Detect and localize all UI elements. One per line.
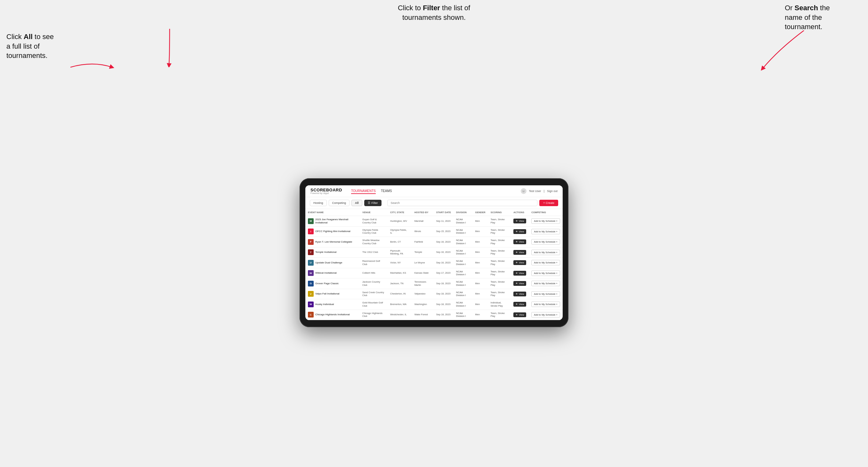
cell-gender-9: Men <box>473 310 488 320</box>
col-venue: VENUE <box>360 209 388 216</box>
team-logo-2: F <box>308 239 314 245</box>
cell-division-0: NCAA Division I <box>454 216 472 227</box>
view-button-0[interactable]: 👁 View <box>514 219 526 223</box>
cell-event-name-3: T Temple Invitational <box>305 247 360 258</box>
logo-sub: Powered by clippd <box>310 192 342 194</box>
event-name-cell-1: I OFCC Fighting Illini Invitational <box>308 228 357 234</box>
eye-icon-9: 👁 <box>516 314 518 316</box>
cell-actions-8: 👁 View <box>511 299 529 310</box>
add-schedule-button-1[interactable]: Add to My Schedule + <box>531 229 560 234</box>
eye-icon-2: 👁 <box>516 241 518 243</box>
cell-city-6: Jackson, TN <box>388 278 412 289</box>
cell-scoring-8: Individual, Stroke Play <box>488 299 511 310</box>
view-button-1[interactable]: 👁 View <box>514 229 526 234</box>
cell-actions-7: 👁 View <box>511 289 529 299</box>
cell-hosted-0: Marshall <box>412 216 434 227</box>
tab-hosting[interactable]: Hosting <box>310 200 327 206</box>
cell-competing-0: Add to My Schedule + <box>529 216 563 227</box>
event-name-text-3: Temple Invitational <box>315 251 336 254</box>
tablet-screen: SCOREBOARD Powered by clippd TOURNAMENTS… <box>305 185 563 320</box>
cell-division-9: NCAA Division I <box>454 310 472 320</box>
cell-venue-5: Colbert Hills <box>360 268 388 278</box>
view-button-8[interactable]: 👁 View <box>514 302 526 307</box>
cell-scoring-5: Team, Stroke Play <box>488 268 511 278</box>
add-schedule-button-4[interactable]: Add to My Schedule + <box>531 260 560 266</box>
cell-hosted-9: Wake Forest <box>412 310 434 320</box>
event-name-text-0: 2023 Joe Feaganes Marshall Invitational <box>315 218 357 224</box>
view-button-6[interactable]: 👁 View <box>514 281 526 286</box>
col-start-date: START DATE <box>434 209 454 216</box>
view-button-4[interactable]: 👁 View <box>514 260 526 265</box>
cell-date-3: Sep 16, 2023 <box>434 247 454 258</box>
view-button-2[interactable]: 👁 View <box>514 240 526 244</box>
app-header: SCOREBOARD Powered by clippd TOURNAMENTS… <box>305 185 563 197</box>
add-schedule-button-3[interactable]: Add to My Schedule + <box>531 250 560 255</box>
cell-venue-9: Chicago Highlands Club <box>360 310 388 320</box>
cell-gender-8: Men <box>473 299 488 310</box>
cell-city-1: Olympia Fields, IL <box>388 226 412 237</box>
view-button-3[interactable]: 👁 View <box>514 250 526 255</box>
table-row: C Chicago Highlands Invitational Chicago… <box>305 310 563 320</box>
cell-event-name-5: W Wildcat Invitational <box>305 268 360 278</box>
view-button-9[interactable]: 👁 View <box>514 312 526 317</box>
tablet-frame: SCOREBOARD Powered by clippd TOURNAMENTS… <box>300 178 568 327</box>
cell-gender-3: Men <box>473 247 488 258</box>
header-right: U Test User | Sign out <box>521 188 558 194</box>
col-gender: GENDER <box>473 209 488 216</box>
cell-event-name-8: W Husky Individual <box>305 299 360 310</box>
add-schedule-button-5[interactable]: Add to My Schedule + <box>531 271 560 276</box>
view-button-5[interactable]: 👁 View <box>514 271 526 276</box>
cell-event-name-2: F Ryan T. Lee Memorial Collegiate <box>305 237 360 247</box>
view-button-7[interactable]: 👁 View <box>514 291 526 297</box>
cell-city-8: Bremerton, WA <box>388 299 412 310</box>
tab-all[interactable]: All <box>351 200 362 206</box>
nav-teams[interactable]: TEAMS <box>381 189 392 194</box>
toolbar: Hosting Competing All ☰ Filter + Create <box>305 197 563 209</box>
eye-icon-0: 👁 <box>516 220 518 222</box>
cell-scoring-9: Team, Stroke Play <box>488 310 511 320</box>
create-button[interactable]: + Create <box>539 200 558 206</box>
team-logo-0: M <box>308 218 314 224</box>
add-schedule-button-7[interactable]: Add to My Schedule + <box>531 291 560 297</box>
cell-actions-2: 👁 View <box>511 237 529 247</box>
cell-venue-4: Ravenwood Golf Club <box>360 258 388 268</box>
add-schedule-button-9[interactable]: Add to My Schedule + <box>531 312 560 317</box>
team-logo-6: G <box>308 281 314 286</box>
table-header: EVENT NAME VENUE CITY, STATE HOSTED BY S… <box>305 209 563 216</box>
col-competing: COMPETING <box>529 209 563 216</box>
eye-icon-7: 👁 <box>516 293 518 295</box>
cell-city-3: Plymouth Meeting, PA <box>388 247 412 258</box>
filter-button[interactable]: ☰ Filter <box>364 200 381 206</box>
event-name-text-2: Ryan T. Lee Memorial Collegiate <box>315 240 352 244</box>
cell-division-4: NCAA Division I <box>454 258 472 268</box>
event-name-cell-8: W Husky Individual <box>308 302 357 307</box>
event-name-cell-7: V Valpo Fall Invitational <box>308 291 357 297</box>
add-schedule-button-6[interactable]: Add to My Schedule + <box>531 281 560 286</box>
annotation-search: Or Search thename of thetournament. <box>785 3 862 32</box>
cell-venue-1: Olympia Fields Country Club <box>360 226 388 237</box>
table-row: F Ryan T. Lee Memorial Collegiate Shuttl… <box>305 237 563 247</box>
cell-actions-9: 👁 View <box>511 310 529 320</box>
cell-venue-2: Shuttle Meadow Country Club <box>360 237 388 247</box>
cell-scoring-4: Team, Stroke Play <box>488 258 511 268</box>
nav-tournaments[interactable]: TOURNAMENTS <box>351 189 376 194</box>
cell-date-6: Sep 18, 2023 <box>434 278 454 289</box>
signout-link[interactable]: Sign out <box>547 189 558 193</box>
cell-division-2: NCAA Division I <box>454 237 472 247</box>
search-input[interactable] <box>387 200 538 206</box>
cell-city-4: Victor, NY <box>388 258 412 268</box>
cell-venue-0: Guyan Golf & Country Club <box>360 216 388 227</box>
cell-scoring-2: Team, Stroke Play <box>488 237 511 247</box>
tab-competing[interactable]: Competing <box>329 200 350 206</box>
col-scoring: SCORING <box>488 209 511 216</box>
cell-city-5: Manhattan, KS <box>388 268 412 278</box>
event-name-text-4: Upstate Dual Challenge <box>315 261 342 264</box>
cell-event-name-0: M 2023 Joe Feaganes Marshall Invitationa… <box>305 216 360 227</box>
cell-competing-6: Add to My Schedule + <box>529 278 563 289</box>
table-row: W Husky Individual Gold Mountain Golf Cl… <box>305 299 563 310</box>
add-schedule-button-8[interactable]: Add to My Schedule + <box>531 302 560 307</box>
cell-city-0: Huntington, WV <box>388 216 412 227</box>
add-schedule-button-2[interactable]: Add to My Schedule + <box>531 239 560 245</box>
add-schedule-button-0[interactable]: Add to My Schedule + <box>531 218 560 224</box>
event-name-cell-6: G Grover Page Classic <box>308 281 357 286</box>
